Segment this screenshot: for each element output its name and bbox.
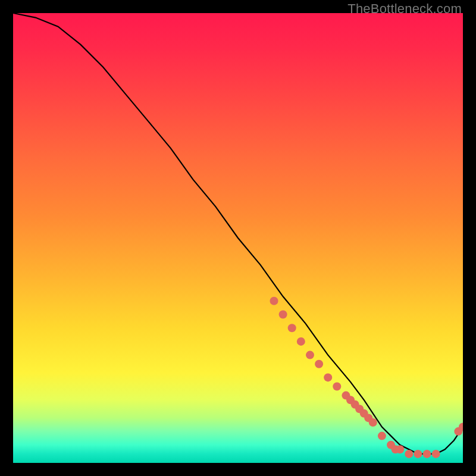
data-point-marker	[324, 373, 332, 381]
data-point-marker	[270, 297, 278, 305]
chart-frame: TheBottleneck.com	[0, 0, 476, 476]
data-point-marker	[414, 450, 422, 458]
data-point-marker	[369, 418, 377, 427]
bottleneck-curve	[13, 13, 463, 454]
curve-svg	[13, 13, 463, 463]
marker-group	[270, 297, 464, 458]
data-point-marker	[423, 450, 431, 458]
data-point-marker	[288, 324, 296, 332]
data-point-marker	[378, 432, 386, 440]
data-point-marker	[315, 360, 323, 368]
plot-area	[13, 13, 463, 463]
data-point-marker	[333, 383, 341, 391]
data-point-marker	[297, 337, 305, 346]
data-point-marker	[405, 450, 413, 458]
data-point-marker	[432, 450, 440, 458]
data-point-marker	[279, 311, 287, 319]
data-point-marker	[396, 445, 404, 453]
data-point-marker	[306, 351, 314, 359]
